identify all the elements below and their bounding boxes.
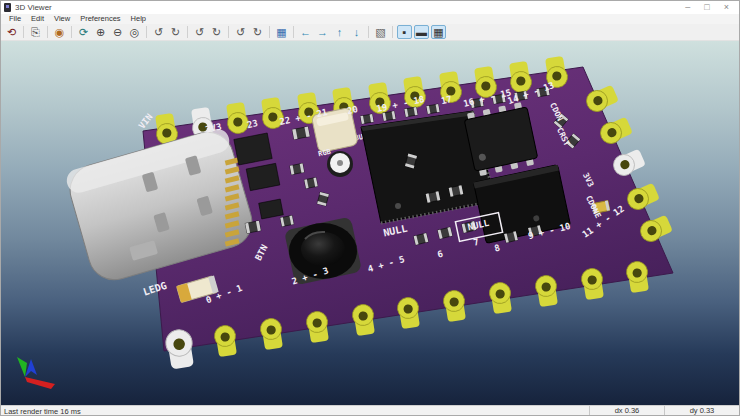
- rotate-y-ccw-icon[interactable]: ↺: [192, 25, 207, 39]
- toolbar-separator: [293, 26, 294, 38]
- status-dy: dy 0.33: [664, 406, 739, 416]
- view-options-icon[interactable]: ▦: [274, 25, 289, 39]
- board-body-icon[interactable]: ▬: [414, 25, 429, 39]
- menu-help[interactable]: Help: [126, 14, 151, 24]
- status-dx: dx 0.36: [589, 406, 664, 416]
- reload-board-icon[interactable]: ⟲: [4, 25, 19, 39]
- toolbar-separator: [146, 26, 147, 38]
- move-up-icon[interactable]: ↑: [332, 25, 347, 39]
- zoom-out-icon[interactable]: ⊖: [110, 25, 125, 39]
- viewport-3d[interactable]: ICEBU: [1, 41, 739, 405]
- toolbar-separator: [187, 26, 188, 38]
- toolbar-separator: [392, 26, 393, 38]
- menu-file[interactable]: File: [4, 14, 26, 24]
- rotate-z-ccw-icon[interactable]: ↺: [233, 25, 248, 39]
- zoom-fit-icon[interactable]: ◎: [127, 25, 142, 39]
- maximize-button[interactable]: □: [697, 3, 716, 12]
- move-right-icon[interactable]: →: [315, 25, 330, 39]
- redraw-icon[interactable]: ⟳: [76, 25, 91, 39]
- status-bar: Last render time 16 ms dx 0.36 dy 0.33: [1, 405, 739, 416]
- app-window: 3D Viewer – □ × FileEditViewPreferencesH…: [0, 0, 740, 416]
- toolbar: ⟲⎘◉⟳⊕⊖◎↺↻↺↻↺↻▦←→↑↓▧▪▬▦: [1, 24, 739, 41]
- menu-bar: FileEditViewPreferencesHelp: [1, 14, 739, 24]
- close-button[interactable]: ×: [717, 3, 736, 12]
- render-time-status: Last render time 16 ms: [1, 407, 81, 416]
- ortho-projection-icon[interactable]: ▧: [373, 25, 388, 39]
- move-left-icon[interactable]: ←: [298, 25, 313, 39]
- minimize-button[interactable]: –: [678, 3, 697, 12]
- smd-passive: [280, 215, 293, 226]
- toolbar-separator: [71, 26, 72, 38]
- axis-indicator: [17, 357, 55, 389]
- silk-label: VIN: [137, 112, 155, 131]
- menu-edit[interactable]: Edit: [26, 14, 49, 24]
- rotate-x-ccw-icon[interactable]: ↺: [151, 25, 166, 39]
- smd-passive: [360, 114, 373, 124]
- toolbar-separator: [269, 26, 270, 38]
- toolbar-separator: [23, 26, 24, 38]
- display-mode-icon[interactable]: ▪: [397, 25, 412, 39]
- smd-passive: [404, 107, 417, 117]
- toolbar-separator: [368, 26, 369, 38]
- toolbar-separator: [228, 26, 229, 38]
- zoom-in-icon[interactable]: ⊕: [93, 25, 108, 39]
- title-bar: 3D Viewer – □ ×: [1, 1, 739, 14]
- rotate-z-cw-icon[interactable]: ↻: [250, 25, 265, 39]
- smd-passive: [304, 177, 317, 188]
- smd-passive: [426, 104, 439, 114]
- app-icon: [4, 3, 11, 12]
- toolbar-separator: [47, 26, 48, 38]
- pcb-3d-render[interactable]: ICEBU: [1, 41, 740, 405]
- rotate-y-cw-icon[interactable]: ↻: [209, 25, 224, 39]
- raytracing-render-icon[interactable]: ◉: [52, 25, 67, 39]
- menu-preferences[interactable]: Preferences: [75, 14, 125, 24]
- copy-image-icon[interactable]: ⎘: [28, 25, 43, 39]
- grid-overlay-icon[interactable]: ▦: [431, 25, 446, 39]
- menu-view[interactable]: View: [49, 14, 75, 24]
- window-title: 3D Viewer: [15, 3, 52, 12]
- move-down-icon[interactable]: ↓: [349, 25, 364, 39]
- rotate-x-cw-icon[interactable]: ↻: [168, 25, 183, 39]
